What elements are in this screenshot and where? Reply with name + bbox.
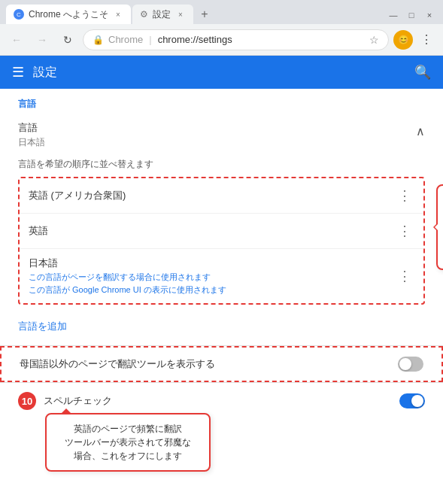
lang-item-en-us-label: 英語 (アメリカ合衆国): [29, 189, 126, 202]
lang-item-ja-menu[interactable]: ⋮: [395, 266, 414, 286]
badge-10: 10: [18, 392, 36, 410]
language-heading: 言語: [18, 121, 45, 135]
tab-welcome-close[interactable]: ×: [113, 9, 123, 20]
translate-toggle-label: 母国語以外のページで翻訳ツールを表示する: [20, 357, 215, 371]
spell-check-toggle[interactable]: [399, 393, 425, 408]
tab-settings-close[interactable]: ×: [175, 9, 186, 20]
callout2-line3: 場合、これをオフにします: [74, 451, 182, 461]
language-header-text: 言語 日本語: [18, 121, 45, 149]
spell-check-left: 10 スペルチェック: [18, 392, 112, 410]
lang-item-en-label: 英語: [29, 224, 48, 238]
translate-toggle-knob: [399, 358, 411, 370]
spell-check-section: 10 スペルチェック 英語のページで頻繁に翻訳 ツールバーが表示されて邪魔な 場…: [0, 383, 443, 419]
language-list-box: 英語 (アメリカ合衆国) ⋮ 英語 ⋮ 日本語 この言語がページを翻訳する場合に…: [18, 177, 425, 305]
language-header: 言語 日本語 ∧: [18, 115, 425, 155]
lang-item-en-us-menu[interactable]: ⋮: [395, 186, 414, 205]
spell-check-label: スペルチェック: [44, 394, 112, 408]
callout2-line2: ツールバーが表示されて邪魔な: [65, 437, 191, 448]
language-list-container: 英語 (アメリカ合衆国) ⋮ 英語 ⋮ 日本語 この言語がページを翻訳する場合に…: [18, 177, 425, 305]
language-section-label: 言語: [0, 89, 443, 115]
spell-check-callout: 英語のページで頻繁に翻訳 ツールバーが表示されて邪魔な 場合、これをオフにします: [45, 413, 211, 472]
forward-button[interactable]: →: [32, 29, 53, 50]
chrome-menu-button[interactable]: ⋮: [416, 29, 437, 50]
translate-toggle-switch[interactable]: [398, 357, 423, 372]
toolbar-right: 😊 ⋮: [393, 29, 437, 50]
url-separator: |: [149, 34, 151, 45]
bookmark-icon[interactable]: ☆: [369, 34, 379, 46]
add-language-button[interactable]: 言語を追加: [18, 314, 67, 339]
language-order-label: 言語を希望の順序に並べ替えます: [18, 155, 425, 177]
tab-settings[interactable]: ⚙ 設定 ×: [132, 5, 193, 24]
tab-welcome[interactable]: C Chrome へようこそ ×: [6, 5, 131, 24]
maximize-button[interactable]: □: [404, 8, 419, 23]
window-controls: — □ ×: [386, 8, 437, 23]
language-callout-bubble: このように ［英語（アメリカ合衆国）］ ［英語］を、［日本語］より 上に移動して…: [436, 184, 443, 270]
spell-check-knob: [411, 395, 423, 407]
url-bar[interactable]: 🔒 Chrome | chrome://settings ☆: [83, 29, 389, 50]
callout2-line1: 英語のページで頻繁に翻訳: [74, 424, 182, 434]
title-bar: C Chrome へようこそ × ⚙ 設定 × + — □ ×: [0, 0, 443, 24]
tab-settings-label: 設定: [153, 8, 171, 21]
new-tab-button[interactable]: +: [195, 5, 214, 24]
settings-page-title: 設定: [33, 65, 57, 80]
address-bar: ← → ↻ 🔒 Chrome | chrome://settings ☆ 😊 ⋮: [0, 24, 443, 56]
language-item-ja: 日本語 この言語がページを翻訳する場合に使用されます この言語が Google …: [20, 249, 423, 303]
lang-item-ja-content: 日本語 この言語がページを翻訳する場合に使用されます この言語が Google …: [29, 257, 395, 296]
avatar-button[interactable]: 😊: [393, 30, 413, 50]
translate-toggle-row: 母国語以外のページで翻訳ツールを表示する: [0, 346, 443, 382]
language-subheading: 日本語: [18, 136, 45, 149]
settings-content: 言語 言語 日本語 ∧ 言語を希望の順序に並べ替えます 英語 (アメリカ合衆国)…: [0, 89, 443, 504]
url-text: chrome://settings: [158, 34, 232, 45]
back-button[interactable]: ←: [6, 29, 27, 50]
language-collapse-button[interactable]: ∧: [416, 124, 425, 138]
settings-header: ☰ 設定 🔍: [0, 56, 443, 89]
window-close-button[interactable]: ×: [422, 8, 437, 23]
language-section: 言語 日本語 ∧ 言語を希望の順序に並べ替えます 英語 (アメリカ合衆国) ⋮ …: [0, 115, 443, 345]
minimize-button[interactable]: —: [386, 8, 401, 23]
lang-item-ja-label: 日本語: [29, 257, 395, 270]
hamburger-icon[interactable]: ☰: [12, 64, 24, 80]
chrome-label: Chrome: [108, 34, 143, 45]
language-item-en-us: 英語 (アメリカ合衆国) ⋮: [20, 178, 423, 214]
tab-welcome-label: Chrome へようこそ: [29, 8, 108, 21]
tab-settings-favicon: ⚙: [140, 9, 148, 20]
language-item-en: 英語 ⋮: [20, 214, 423, 249]
tab-welcome-favicon: C: [14, 9, 24, 20]
settings-search-icon[interactable]: 🔍: [414, 64, 431, 80]
lock-icon: 🔒: [93, 35, 104, 45]
refresh-button[interactable]: ↻: [57, 29, 78, 50]
lang-item-ja-note2: この言語が Google Chrome UI の表示に使用されます: [29, 284, 395, 296]
lang-item-ja-note1: この言語がページを翻訳する場合に使用されます: [29, 272, 395, 283]
lang-item-en-menu[interactable]: ⋮: [395, 221, 414, 241]
